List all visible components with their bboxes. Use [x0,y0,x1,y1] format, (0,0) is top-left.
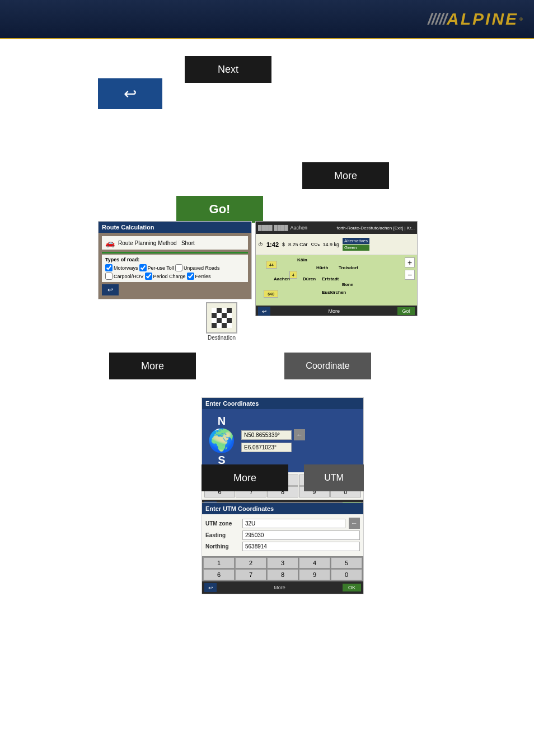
route-checkboxes: Motorways Per-use Toll Unpaved Roads Car… [105,264,245,280]
map-city-erfstadt: Erfstadt [322,276,339,281]
map-status-bar: ████ ████ [258,225,288,231]
utm-numpad-4[interactable]: 4 [299,557,330,569]
map-road-4: 4 [289,271,297,279]
header: ///// ALPINE ® [0,0,534,39]
coord-panel-title: Enter Coordinates [202,398,363,409]
utm-backspace-button[interactable]: ← [349,518,360,529]
more-button-utm[interactable]: More [202,464,288,491]
utm-numpad-7[interactable]: 7 [235,569,266,580]
map-time: 1:42 [266,241,279,248]
coord-ns-indicator: N 🌍 S [208,415,236,467]
route-types-title: Types of road: [105,257,245,262]
checkbox-ferries: Ferries [187,273,211,280]
more-button-section2[interactable]: More [109,353,196,379]
svg-rect-4 [212,308,217,313]
destination-icon-wrap: Destination [206,302,237,341]
utm-panel: Enter UTM Coordinates UTM zone ← Easting… [202,503,364,594]
utm-northing-label: Northing [205,543,239,550]
svg-rect-7 [227,308,232,313]
utm-numpad-2[interactable]: 2 [235,557,266,569]
map-zoom-in-button[interactable]: + [405,257,415,267]
destination-icon [206,302,237,334]
route-method-row: 🚗 Route Planning Method Short [102,236,248,250]
coord-inputs: ← [241,429,305,452]
next-button[interactable]: Next [185,56,271,83]
coord-backspace-button[interactable]: ← [294,429,305,440]
coordinate-button[interactable]: Coordinate [284,353,371,379]
map-zoom-out-button[interactable]: − [405,270,415,280]
utm-ok-button[interactable]: OK [343,584,361,591]
coord-n-row: ← [241,429,305,440]
route-panel-back-button[interactable]: ↩ [102,284,119,295]
svg-rect-17 [217,323,222,328]
svg-rect-14 [222,318,227,323]
destination-flag-icon [212,308,232,328]
map-alternatives: Alternatives [343,238,369,244]
map-city-duren: Düren [303,276,316,281]
utm-zone-input[interactable] [242,519,345,528]
svg-rect-9 [217,313,222,318]
car-icon: 🚗 [105,238,115,247]
more-button-top[interactable]: More [302,162,389,189]
utm-numpad-5[interactable]: 5 [331,557,362,569]
svg-rect-16 [212,323,217,328]
map-city-euskirchen: Euskirchen [322,290,346,295]
logo-text: ALPINE [447,10,518,29]
utm-numpad: 1 2 3 4 5 6 7 8 9 0 [202,556,363,581]
map-city-start: Aachen [291,225,335,231]
checkbox-carpool: Carpool/HOV [105,273,144,280]
svg-rect-13 [217,318,222,323]
section3-inner: More UTM Enter UTM Coordinates UTM zone … [11,464,523,660]
section3: More UTM Enter UTM Coordinates UTM zone … [11,464,523,660]
map-co2: 14.9 kg [323,242,340,247]
utm-zone-label: UTM zone [205,520,239,527]
checkbox-unpaved-roads: Unpaved Roads [175,264,220,271]
utm-panel-bottom: ↩ More OK [202,581,363,594]
utm-northing-row: Northing [205,542,360,551]
map-city-bonn: Bonn [342,282,353,287]
svg-rect-12 [212,318,217,323]
map-city-hurth: Hürth [316,265,328,270]
utm-numpad-9[interactable]: 9 [299,569,330,580]
utm-numpad-6[interactable]: 6 [203,569,235,580]
coord-north-label: N [218,415,226,428]
utm-more-label: More [274,585,285,590]
utm-button[interactable]: UTM [304,464,364,491]
utm-easting-label: Easting [205,532,239,538]
route-method-bar [102,252,248,253]
map-info-bar: ⏱ 1:42 $ 8.25 Car CO₂ 14.9 kg Alternativ… [256,234,417,255]
svg-rect-10 [222,313,227,318]
utm-numpad-3[interactable]: 3 [267,557,298,569]
utm-numpad-8[interactable]: 8 [267,569,298,580]
svg-rect-6 [222,308,227,313]
checkbox-per-use-toll: Per-use Toll [139,264,174,271]
logo-slashes: ///// [428,10,447,28]
utm-easting-input[interactable] [242,530,360,540]
back-button[interactable]: ↩ [98,78,162,109]
section1: Next ↩ More Go! Route Calculation 🚗 Rout… [11,50,523,229]
checkbox-motorways: Motorways [105,264,138,271]
go-button[interactable]: Go! [176,196,263,223]
section2: Destination More Coordinate Enter Coordi… [11,297,523,453]
map-alt-green: Alternatives Green [343,238,369,251]
coord-panel-body: N 🌍 S ← [202,409,363,472]
back-arrow-icon: ↩ [124,84,137,103]
svg-rect-8 [212,313,217,318]
utm-zone-row: UTM zone ← [205,518,360,529]
svg-rect-18 [222,323,227,328]
route-calc-body: 🚗 Route Planning Method Short Types of r… [99,233,251,299]
utm-panel-back-button[interactable]: ↩ [204,583,217,592]
map-city-aachen: Aachen [274,276,290,281]
map-co2-label: CO₂ [311,242,320,247]
map-road-44: 44 [266,261,277,269]
coord-n-input[interactable] [241,430,292,440]
svg-rect-5 [217,308,222,313]
utm-panel-body: UTM zone ← Easting Northing [202,514,363,556]
utm-northing-input[interactable] [242,542,360,551]
utm-numpad-0[interactable]: 0 [331,569,362,580]
coord-e-input[interactable] [241,443,292,452]
map-icon-clock: ⏱ [258,242,263,247]
utm-easting-row: Easting [205,530,360,540]
route-method-text: Route Planning Method Short [118,240,195,246]
utm-numpad-1[interactable]: 1 [203,557,235,569]
